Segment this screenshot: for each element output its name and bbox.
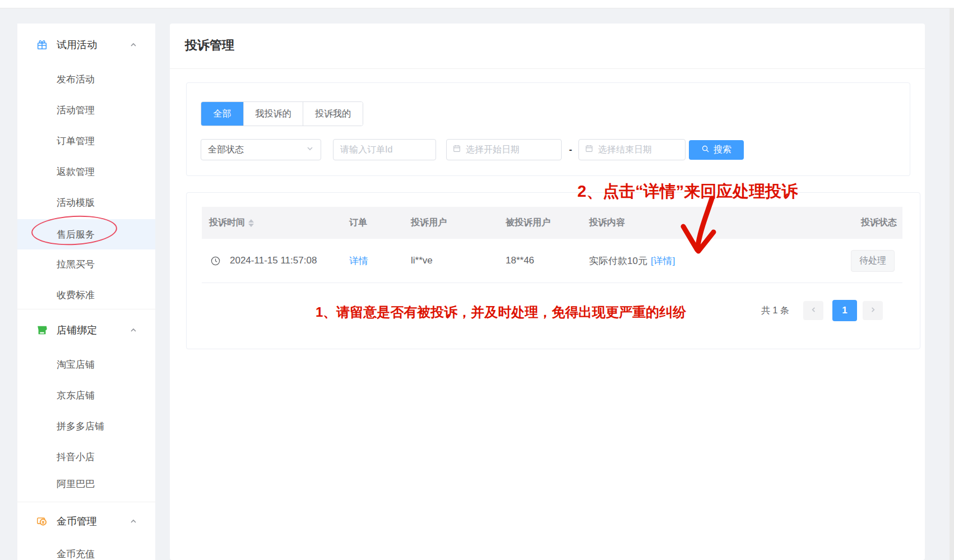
content-detail-link[interactable]: [详情]: [651, 254, 675, 267]
sidebar-section-label: 金币管理: [57, 515, 97, 528]
cell-complaint-time: 2024-11-15 11:57:08: [230, 239, 317, 283]
cell-complainant: li**ve: [411, 239, 433, 283]
calendar-icon: [585, 144, 594, 155]
sidebar-divider: [17, 309, 155, 309]
order-detail-link[interactable]: 详情: [349, 239, 368, 283]
end-date-placeholder: 选择结束日期: [598, 144, 652, 156]
sidebar-item-orders[interactable]: 订单管理: [17, 127, 155, 155]
sidebar-item-blacklist[interactable]: 拉黑买号: [17, 250, 155, 278]
end-date-picker[interactable]: 选择结束日期: [578, 139, 686, 160]
tab-my-complaints[interactable]: 我投诉的: [243, 102, 303, 126]
sidebar-section-trial[interactable]: 试用活动: [17, 31, 155, 59]
sort-caret-icon[interactable]: [248, 219, 254, 227]
column-header-content: 投诉内容: [589, 217, 625, 229]
title-divider: [170, 68, 925, 69]
sidebar-section-shop[interactable]: 店铺绑定: [17, 316, 155, 344]
start-date-placeholder: 选择开始日期: [466, 144, 520, 156]
column-header-order: 订单: [349, 217, 367, 229]
sidebar-item-douyin[interactable]: 抖音小店: [17, 443, 155, 471]
sidebar-divider: [17, 502, 155, 502]
sidebar-item-publish[interactable]: 发布活动: [17, 65, 155, 93]
clock-icon: [210, 239, 221, 283]
tab-group: 全部 我投诉的 投诉我的: [201, 101, 363, 126]
chevron-down-icon: [306, 145, 314, 155]
calendar-icon: [452, 144, 461, 155]
sidebar-item-taobao[interactable]: 淘宝店铺: [17, 350, 155, 378]
status-badge[interactable]: 待处理: [851, 250, 895, 272]
chevron-left-icon: [810, 306, 817, 315]
pagination-total: 共 1 条: [761, 299, 789, 322]
column-header-respondent: 被投诉用户: [506, 217, 550, 229]
cell-content-text: 实际付款10元: [589, 254, 647, 267]
status-select-value: 全部状态: [208, 144, 244, 156]
table-header-row: 投诉时间 订单 投诉用户 被投诉用户 投诉内容 投诉状态: [202, 207, 902, 239]
column-header-status: 投诉状态: [861, 217, 897, 229]
chevron-up-icon[interactable]: [128, 516, 138, 526]
search-button-label: 搜索: [714, 144, 731, 156]
page-title: 投诉管理: [185, 37, 234, 54]
chevron-up-icon[interactable]: [128, 40, 138, 50]
column-header-complainant: 投诉用户: [411, 217, 447, 229]
coins-icon: [36, 515, 48, 527]
status-select[interactable]: 全部状态: [201, 139, 321, 160]
sidebar-section-label: 店铺绑定: [57, 323, 97, 337]
sidebar-item-jd[interactable]: 京东店铺: [17, 381, 155, 409]
shop-icon: [36, 324, 48, 336]
pagination-prev-button[interactable]: [803, 301, 823, 320]
tab-complaints-against-me[interactable]: 投诉我的: [303, 102, 363, 126]
date-range-separator: -: [567, 139, 575, 160]
column-header-time[interactable]: 投诉时间: [209, 217, 254, 229]
search-icon: [701, 145, 710, 155]
sidebar-item-pdd[interactable]: 拼多多店铺: [17, 412, 155, 440]
sidebar-item-fees[interactable]: 收费标准: [17, 281, 155, 309]
complaints-table-panel: 投诉时间 订单 投诉用户 被投诉用户 投诉内容 投诉状态 2024-11-15 …: [186, 192, 920, 349]
sidebar-item-coin-recharge[interactable]: 金币充值: [17, 540, 155, 560]
start-date-picker[interactable]: 选择开始日期: [446, 139, 562, 160]
scrollbar[interactable]: [950, 8, 954, 560]
order-id-field: [333, 139, 436, 160]
order-id-input[interactable]: [334, 145, 436, 155]
search-button[interactable]: 搜索: [689, 140, 744, 160]
chevron-up-icon[interactable]: [128, 325, 138, 335]
main-content: 投诉管理 全部 我投诉的 投诉我的 全部状态 选择开始日期 -: [170, 24, 925, 560]
filter-panel: 全部 我投诉的 投诉我的 全部状态 选择开始日期 - 选择结束日期: [186, 82, 910, 176]
gift-icon: [36, 39, 48, 51]
chevron-right-icon: [869, 306, 877, 315]
sidebar-section-label: 试用活动: [57, 38, 97, 52]
sidebar-item-activity[interactable]: 活动管理: [17, 96, 155, 124]
annotation-note-1: 1、请留意是否有被投诉，并及时处理，免得出现更严重的纠纷: [316, 303, 686, 321]
pagination-next-button[interactable]: [863, 301, 883, 320]
cell-content: 实际付款10元 [详情]: [589, 239, 675, 283]
sidebar-section-coin[interactable]: 金币管理: [17, 507, 155, 535]
cell-status: 待处理: [851, 239, 895, 283]
red-arrow-icon: [675, 195, 743, 262]
cell-respondent: 18**46: [506, 239, 534, 283]
table-row: 2024-11-15 11:57:08 详情 li**ve 18**46 实际付…: [202, 239, 902, 283]
tab-all[interactable]: 全部: [201, 102, 243, 126]
pagination-page-1[interactable]: 1: [832, 300, 857, 321]
sidebar-item-refund[interactable]: 返款管理: [17, 158, 155, 186]
sidebar: 试用活动 发布活动 活动管理 订单管理 返款管理 活动模版 售后服务 拉黑买号 …: [17, 24, 155, 560]
top-bar: [0, 0, 954, 8]
sidebar-item-alibaba[interactable]: 阿里巴巴: [17, 470, 155, 498]
sidebar-item-template[interactable]: 活动模版: [17, 188, 155, 216]
